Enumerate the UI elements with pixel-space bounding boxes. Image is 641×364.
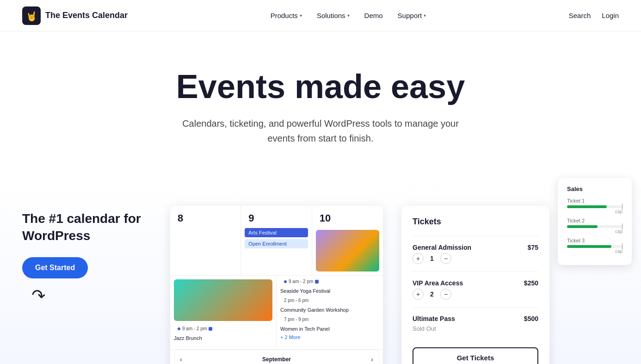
general-admission-label: General Admission	[413, 244, 471, 251]
general-admission-qty: 1	[427, 255, 437, 262]
sales-bar-fill-1	[567, 205, 607, 208]
yoga-festival-time: 9 am - 2 pm	[280, 278, 379, 285]
left-panel: The #1 calendar for WordPress Get Starte…	[22, 201, 152, 305]
general-admission-price: $75	[528, 244, 538, 251]
mini-cal-header: ‹ September ›	[180, 356, 373, 363]
vip-minus[interactable]: −	[440, 289, 451, 300]
cal-day10-details: 9 am - 2 pm Seaside Yoga Festival 2 pm -…	[277, 276, 383, 349]
sales-cap-marker-1	[622, 204, 623, 210]
cal-day-9: 9 Arts Festival Open Enrollment	[241, 206, 312, 275]
more-events-link[interactable]: + 2 More	[277, 333, 383, 345]
sales-widget: Sales Ticket 1 cap Ticket 2 cap Ti	[558, 178, 632, 265]
mini-cal-next[interactable]: ›	[371, 356, 373, 363]
nav-support[interactable]: Support ▾	[398, 12, 426, 19]
dot-icon	[178, 327, 180, 330]
general-admission-plus[interactable]: +	[413, 253, 424, 264]
yoga-festival-title: Seaside Yoga Festival	[277, 287, 383, 295]
open-enrollment-event[interactable]: Open Enrollment	[245, 239, 308, 248]
arts-festival-event[interactable]: Arts Festival	[245, 228, 308, 237]
ultimate-sold-out: Sold Out	[413, 325, 436, 332]
svg-text:🤘: 🤘	[26, 11, 37, 22]
sales-bar-track-3	[567, 245, 623, 248]
mini-cal-month: September	[262, 356, 291, 363]
nav-login[interactable]: Login	[602, 12, 619, 19]
tickets-widget: Tickets General Admission $75 + 1 − VIP …	[401, 206, 549, 364]
cal-day-10: 10	[312, 206, 383, 275]
get-tickets-button[interactable]: Get Tickets	[413, 347, 538, 364]
nav-center: Products ▾ Solutions ▾ Demo Support ▾	[271, 12, 426, 19]
ultimate-label: Ultimate Pass	[413, 315, 455, 322]
support-chevron-icon: ▾	[424, 13, 426, 18]
sales-ticket-2: Ticket 2 cap	[567, 218, 623, 234]
sales-cap-marker-3	[622, 243, 623, 250]
nav-right: Search Login	[569, 12, 619, 19]
mini-cal-prev[interactable]: ‹	[180, 356, 182, 363]
jazz-brunch-time: 9 am - 2 pm	[174, 325, 272, 333]
solutions-chevron-icon: ▾	[347, 13, 350, 18]
left-heading: The #1 calendar for WordPress	[22, 210, 152, 244]
cal-day9-details: 9 am - 2 pm Jazz Brunch	[170, 276, 277, 349]
cal-day-8: 8	[170, 206, 241, 275]
sales-bar-fill-3	[567, 245, 611, 248]
cal-tag-icon-2	[315, 280, 319, 284]
tickets-title: Tickets	[413, 217, 538, 227]
dot-icon-2	[284, 280, 287, 283]
hero-section: Events made easy Calendars, ticketing, a…	[0, 31, 641, 173]
vip-plus[interactable]: +	[413, 289, 424, 300]
vip-label: VIP Area Access	[413, 279, 463, 287]
calendar-widget: 8 9 Arts Festival Open Enrollment 10 9 a…	[170, 206, 383, 364]
content-section: The #1 calendar for WordPress Get Starte…	[0, 173, 641, 364]
products-chevron-icon: ▾	[300, 13, 302, 18]
sales-ticket-3: Ticket 3 cap	[567, 238, 623, 254]
ticket-row-general: General Admission $75 + 1 −	[413, 236, 538, 271]
sales-bar-track-1	[567, 205, 623, 208]
logo-text: The Events Calendar	[45, 11, 128, 20]
arrow-down-icon: ↷	[31, 285, 46, 306]
ticket-row-ultimate: Ultimate Pass $500 Sold Out	[413, 307, 538, 340]
get-started-button[interactable]: Get Started	[22, 257, 88, 278]
nav-search[interactable]: Search	[569, 12, 591, 19]
garden-workshop-title: Community Garden Workshop	[277, 306, 383, 314]
main-nav: 🤘 The Events Calendar Products ▾ Solutio…	[0, 0, 641, 31]
logo-icon: 🤘	[22, 6, 41, 25]
day10-event-image	[316, 230, 379, 271]
nav-solutions[interactable]: Solutions ▾	[317, 12, 350, 19]
sales-ticket-1: Ticket 1 cap	[567, 198, 623, 214]
vip-price: $250	[524, 279, 538, 287]
sales-bar-track-2	[567, 225, 623, 228]
nav-demo[interactable]: Demo	[364, 12, 383, 19]
cal-events-row: 9 am - 2 pm Jazz Brunch 9 am - 2 pm Seas…	[170, 276, 383, 350]
jazz-brunch-title: Jazz Brunch	[170, 334, 276, 342]
mini-calendar: ‹ September › S M T W T F S 1 2 3	[174, 350, 379, 364]
vip-qty: 2	[427, 290, 437, 298]
hero-subtext: Calendars, ticketing, and powerful WordP…	[182, 116, 459, 146]
sales-title: Sales	[567, 185, 623, 192]
general-admission-minus[interactable]: −	[440, 253, 451, 264]
sales-bar-fill-2	[567, 225, 598, 228]
women-tech-title: Women in Tech Panel	[277, 325, 383, 333]
jazz-brunch-image	[174, 279, 272, 321]
women-tech-time: 7 pm - 9 pm	[280, 315, 379, 323]
nav-products[interactable]: Products ▾	[271, 12, 302, 19]
sales-cap-marker-2	[622, 223, 623, 230]
ultimate-price: $500	[524, 315, 538, 322]
cal-week-header: 8 9 Arts Festival Open Enrollment 10	[170, 206, 383, 276]
garden-workshop-time: 2 pm - 6 pm	[280, 296, 379, 304]
hero-heading: Events made easy	[22, 68, 619, 105]
ticket-row-vip: VIP Area Access $250 + 2 −	[413, 271, 538, 307]
cal-tag-icon	[209, 327, 212, 331]
logo-link[interactable]: 🤘 The Events Calendar	[22, 6, 128, 25]
